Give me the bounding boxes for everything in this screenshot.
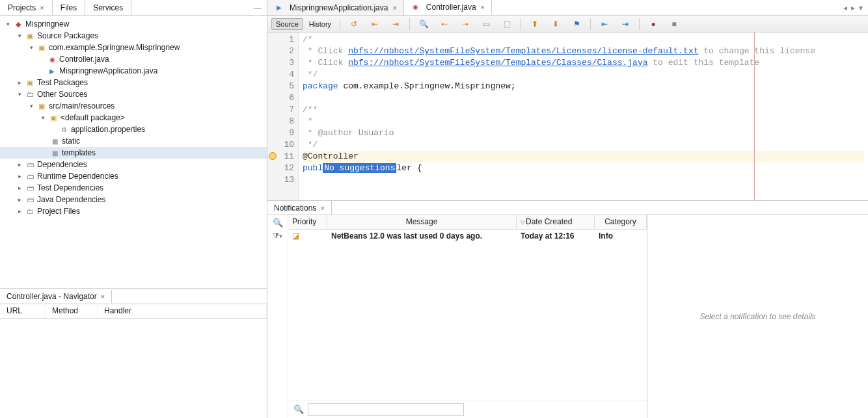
navigator-col-handler[interactable]: Handler <box>98 304 267 318</box>
expand-icon[interactable]: ▸ <box>14 79 25 86</box>
gutter-line[interactable]: 3 <box>267 57 294 69</box>
col-date[interactable]: ▽Date Created <box>517 215 595 229</box>
toolbar-icon-button[interactable]: 🔍 <box>414 17 433 31</box>
toolbar-icon-button[interactable]: ⬇ <box>546 17 565 31</box>
code-body[interactable]: /* * Click nbfs://nbhost/SystemFileSyste… <box>299 33 868 200</box>
close-icon[interactable]: × <box>392 4 396 12</box>
toolbar-icon-button[interactable]: ⇤ <box>595 17 614 31</box>
tree-node-default-package[interactable]: ▾▣<default package> <box>0 112 267 124</box>
tree-node-test-packages[interactable]: ▸▣Test Packages <box>0 77 267 88</box>
shift-left-icon: ⇤ <box>599 19 610 29</box>
tree-node-source-packages[interactable]: ▾▣Source Packages <box>0 30 267 42</box>
expand-icon[interactable]: ▸ <box>14 196 25 203</box>
tree-label: Project Files <box>37 207 80 216</box>
tree-node-templates[interactable]: ▦templates <box>0 147 267 159</box>
toolbar-icon-button[interactable]: ⬚ <box>497 17 517 31</box>
notification-details: Select a notification to see details <box>647 215 868 418</box>
gutter-line[interactable]: 4 <box>267 69 294 81</box>
tab-prev-button[interactable]: ◂ <box>843 3 847 12</box>
search-icon[interactable]: 🔍 <box>273 218 283 228</box>
navigator-tab[interactable]: Controller.java - Navigator× <box>0 290 112 303</box>
editor-tab-app[interactable]: ▶MispringnewApplication.java× <box>267 0 404 15</box>
expand-icon[interactable]: ▸ <box>14 161 25 168</box>
hint-bulb-icon[interactable] <box>269 152 277 160</box>
tree-node-dependencies[interactable]: ▸🗃Dependencies <box>0 159 267 170</box>
expand-icon[interactable]: ▾ <box>26 44 36 51</box>
expand-icon[interactable]: ▸ <box>14 185 25 191</box>
expand-icon[interactable]: ▾ <box>38 114 48 121</box>
toolbar-icon-button[interactable]: ⚑ <box>567 17 586 31</box>
navigator-col-url[interactable]: URL <box>0 304 46 318</box>
toolbar-icon-button[interactable]: ⇢ <box>455 17 475 31</box>
gutter-line[interactable]: 2 <box>267 46 294 57</box>
toolbar-icon-button[interactable]: ⬆ <box>525 17 545 31</box>
expand-icon[interactable]: ▾ <box>26 103 36 109</box>
gutter-line[interactable]: 9 <box>267 127 294 139</box>
toolbar-icon-button[interactable]: ■ <box>664 17 684 31</box>
toolbar-icon-button[interactable]: ⇠ <box>435 17 454 31</box>
close-icon[interactable]: × <box>481 3 485 11</box>
tab-services[interactable]: Services <box>85 0 131 15</box>
tab-list-button[interactable]: ▾ <box>859 3 863 12</box>
gutter-line[interactable]: 10 <box>267 139 294 151</box>
navigator-col-method[interactable]: Method <box>46 304 98 318</box>
close-icon[interactable]: × <box>320 204 324 212</box>
autocomplete-popup[interactable]: No suggestions <box>323 163 396 173</box>
tree-node-resources[interactable]: ▾▣src/main/resources <box>0 100 267 112</box>
expand-icon[interactable]: ▸ <box>14 173 25 179</box>
tab-files[interactable]: Files <box>53 0 85 15</box>
gutter-line[interactable]: 8 <box>267 116 294 127</box>
gutter[interactable]: 1 2 3 4 5 6 7 8 9 10 11 12 13 <box>267 33 299 200</box>
toolbar-icon-button[interactable]: ▭ <box>476 17 496 31</box>
col-category[interactable]: Category <box>595 215 647 229</box>
source-view-button[interactable]: Source <box>271 18 303 30</box>
close-icon[interactable]: × <box>101 293 105 300</box>
filter-icon[interactable]: ⧩▾ <box>273 231 282 241</box>
tree-node-static[interactable]: ▦static <box>0 135 267 147</box>
library-icon: 🗃 <box>25 171 35 181</box>
col-message[interactable]: Message <box>327 215 517 229</box>
col-priority[interactable]: Priority <box>288 215 327 229</box>
gutter-line[interactable]: 12 <box>267 163 294 174</box>
tree-node-runtime-deps[interactable]: ▸🗃Runtime Dependencies <box>0 170 267 182</box>
notification-row[interactable]: ◪ NetBeans 12.0 was last used 0 days ago… <box>288 229 647 242</box>
tab-projects[interactable]: Projects× <box>0 0 53 15</box>
tree-node-test-deps[interactable]: ▸🗃Test Dependencies <box>0 182 267 194</box>
tree-node-properties[interactable]: ⚙application.properties <box>0 124 267 135</box>
gutter-line[interactable]: 11 <box>267 151 294 163</box>
gutter-line[interactable]: 1 <box>267 34 294 46</box>
project-tree[interactable]: ▾◆Mispringnew ▾▣Source Packages ▾▣com.ex… <box>0 16 267 288</box>
toolbar-icon-button[interactable]: ↺ <box>344 17 364 31</box>
toolbar-icon-button[interactable]: ⇤ <box>365 17 385 31</box>
template-link[interactable]: nbfs://nbhost/SystemFileSystem/Templates… <box>348 58 647 68</box>
template-link[interactable]: nbfs://nbhost/SystemFileSystem/Templates… <box>348 46 698 56</box>
code-editor[interactable]: 1 2 3 4 5 6 7 8 9 10 11 12 13 /* * Click… <box>267 33 868 200</box>
gutter-line[interactable]: 7 <box>267 104 294 116</box>
tree-node-application[interactable]: ▶MispringnewApplication.java <box>0 65 267 77</box>
tree-node-java-deps[interactable]: ▸🗃Java Dependencies <box>0 194 267 205</box>
search-icon[interactable]: 🔍 <box>293 404 304 414</box>
tree-node-other-sources[interactable]: ▾🗀Other Sources <box>0 88 267 100</box>
toolbar-icon-button[interactable]: ● <box>644 17 663 31</box>
expand-icon[interactable]: ▾ <box>3 21 13 27</box>
notifications-tab[interactable]: Notifications× <box>267 201 332 215</box>
gutter-line[interactable]: 6 <box>267 92 294 104</box>
expand-icon[interactable]: ▸ <box>14 208 25 215</box>
toolbar-icon-button[interactable]: ⇥ <box>386 17 405 31</box>
gutter-line[interactable]: 13 <box>267 174 294 186</box>
history-view-button[interactable]: History <box>305 18 336 30</box>
tree-node-project[interactable]: ▾◆Mispringnew <box>0 18 267 30</box>
notification-search-input[interactable] <box>308 403 464 416</box>
close-icon[interactable]: × <box>40 4 44 12</box>
tree-node-project-files[interactable]: ▸🗀Project Files <box>0 205 267 217</box>
gear-icon: ⚙ <box>59 124 69 135</box>
expand-icon[interactable]: ▾ <box>14 33 25 39</box>
tab-next-button[interactable]: ▸ <box>851 3 855 12</box>
expand-icon[interactable]: ▾ <box>14 91 25 98</box>
tree-node-package[interactable]: ▾▣com.example.Springnew.Mispringnew <box>0 42 267 53</box>
editor-tab-controller[interactable]: ◉Controller.java× <box>404 0 492 15</box>
gutter-line[interactable]: 5 <box>267 81 294 92</box>
tree-node-controller[interactable]: ◉Controller.java <box>0 53 267 65</box>
minimize-button[interactable]: — <box>249 0 267 15</box>
toolbar-icon-button[interactable]: ⇥ <box>616 17 635 31</box>
